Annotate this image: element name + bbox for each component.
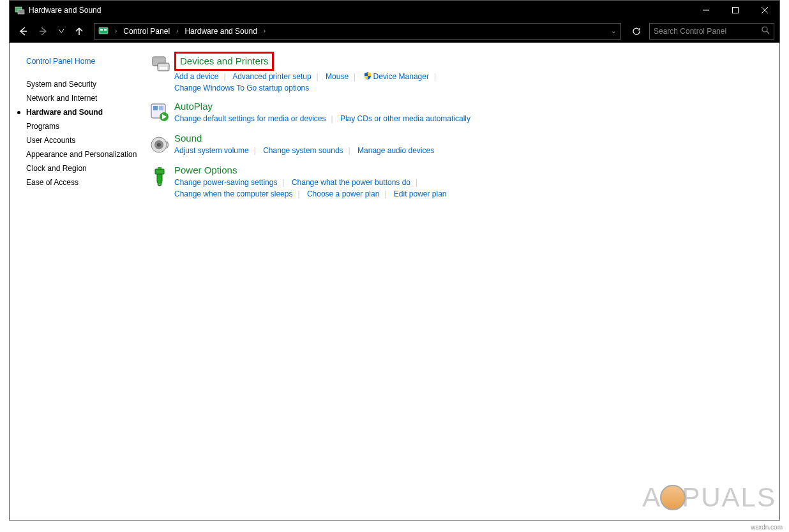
- svg-line-12: [767, 31, 769, 34]
- sound-icon: [146, 132, 174, 158]
- recent-dropdown[interactable]: [56, 23, 67, 40]
- task-link[interactable]: Add a device: [174, 72, 218, 81]
- task-link[interactable]: Change system sounds: [263, 146, 343, 155]
- window-icon: [15, 5, 25, 15]
- maximize-button[interactable]: [721, 1, 750, 20]
- category-heading[interactable]: AutoPlay: [174, 101, 213, 112]
- breadcrumb[interactable]: › Control Panel › Hardware and Sound › ⌄: [94, 23, 621, 40]
- sidebar: Control Panel Home System and Security N…: [10, 43, 144, 520]
- task-link[interactable]: Change when the computer sleeps: [174, 189, 292, 198]
- breadcrumb-dropdown[interactable]: ⌄: [606, 27, 620, 34]
- svg-point-22: [157, 143, 161, 147]
- forward-button[interactable]: [35, 23, 52, 40]
- task-link[interactable]: Mouse: [326, 72, 349, 81]
- sidebar-item-hardware-sound[interactable]: Hardware and Sound: [26, 105, 137, 119]
- task-link[interactable]: Manage audio devices: [357, 146, 434, 155]
- sidebar-item-network[interactable]: Network and Internet: [26, 91, 137, 105]
- window: Hardware and Sound › Control Panel: [9, 0, 780, 521]
- task-link[interactable]: Device Manager: [373, 72, 429, 81]
- up-button[interactable]: [71, 23, 87, 40]
- sidebar-home-link[interactable]: Control Panel Home: [26, 54, 137, 68]
- sidebar-item-clock-region[interactable]: Clock and Region: [26, 161, 137, 175]
- svg-rect-18: [159, 106, 163, 110]
- task-link[interactable]: Change default settings for media or dev…: [174, 114, 326, 123]
- task-link[interactable]: Choose a power plan: [307, 189, 379, 198]
- titlebar: Hardware and Sound: [10, 1, 779, 20]
- svg-rect-23: [155, 169, 164, 174]
- category-devices-printers: Devices and Printers Add a device| Advan…: [146, 52, 767, 94]
- breadcrumb-item[interactable]: Control Panel: [122, 27, 171, 36]
- minimize-button[interactable]: [691, 1, 721, 20]
- sidebar-item-ease-of-access[interactable]: Ease of Access: [26, 175, 137, 189]
- task-link[interactable]: Edit power plan: [394, 189, 447, 198]
- task-link[interactable]: Change Windows To Go startup options: [174, 84, 309, 92]
- navbar: › Control Panel › Hardware and Sound › ⌄: [10, 20, 779, 43]
- devices-printers-icon: [146, 52, 174, 77]
- svg-rect-10: [104, 29, 107, 31]
- category-heading[interactable]: Sound: [174, 133, 202, 144]
- task-link[interactable]: Adjust system volume: [174, 146, 249, 155]
- svg-rect-9: [100, 29, 103, 31]
- search-input[interactable]: [654, 27, 761, 36]
- shield-icon: [363, 71, 372, 80]
- source-attribution: wsxdn.com: [751, 524, 783, 531]
- svg-rect-24: [158, 167, 162, 169]
- refresh-button[interactable]: [627, 23, 645, 40]
- breadcrumb-sep: ›: [174, 27, 181, 34]
- category-links: Change default settings for media or dev…: [174, 113, 767, 124]
- category-power-options: Power Options Change power-saving settin…: [146, 164, 767, 200]
- control-panel-icon: [97, 25, 110, 38]
- category-links: Adjust system volume| Change system soun…: [174, 145, 767, 156]
- task-link[interactable]: Change power-saving settings: [174, 178, 277, 187]
- search-box[interactable]: [649, 23, 774, 40]
- category-heading[interactable]: Power Options: [174, 165, 237, 175]
- back-button[interactable]: [15, 23, 31, 40]
- power-options-icon: [146, 164, 174, 189]
- svg-rect-15: [160, 67, 167, 70]
- sidebar-item-appearance[interactable]: Appearance and Personalization: [26, 147, 137, 161]
- svg-rect-1: [18, 10, 24, 14]
- category-links: Change power-saving settings| Change wha…: [174, 177, 767, 200]
- task-link[interactable]: Advanced printer setup: [232, 72, 311, 81]
- sidebar-item-programs[interactable]: Programs: [26, 119, 137, 133]
- category-heading[interactable]: Devices and Printers: [174, 52, 274, 71]
- task-link[interactable]: Play CDs or other media automatically: [340, 114, 470, 123]
- task-link[interactable]: Change what the power buttons do: [292, 178, 410, 187]
- close-button[interactable]: [750, 1, 779, 20]
- sidebar-item-system-security[interactable]: System and Security: [26, 77, 137, 91]
- svg-point-11: [762, 27, 767, 32]
- breadcrumb-item[interactable]: Hardware and Sound: [183, 27, 258, 36]
- svg-rect-3: [733, 8, 739, 13]
- breadcrumb-sep: ›: [112, 27, 119, 34]
- search-icon: [761, 26, 770, 36]
- sidebar-item-user-accounts[interactable]: User Accounts: [26, 133, 137, 147]
- content-area: Devices and Printers Add a device| Advan…: [144, 43, 779, 520]
- category-links: Add a device| Advanced printer setup| Mo…: [174, 71, 767, 94]
- category-autoplay: AutoPlay Change default settings for med…: [146, 100, 767, 126]
- category-sound: Sound Adjust system volume| Change syste…: [146, 132, 767, 158]
- window-title: Hardware and Sound: [29, 1, 691, 20]
- breadcrumb-sep: ›: [261, 27, 268, 34]
- content-body: Control Panel Home System and Security N…: [10, 43, 779, 520]
- svg-rect-17: [153, 106, 158, 110]
- autoplay-icon: [146, 100, 174, 126]
